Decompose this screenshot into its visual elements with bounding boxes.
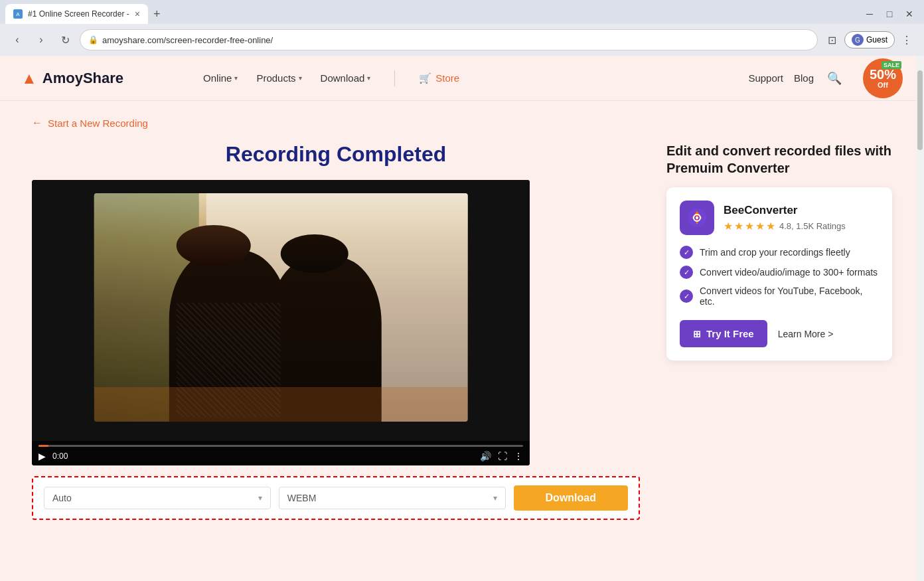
download-button[interactable]: Download — [514, 485, 628, 511]
quality-chevron-icon: ▾ — [258, 493, 262, 503]
tab-close-button[interactable]: × — [135, 9, 140, 19]
svg-point-2 — [696, 216, 698, 219]
reload-button[interactable]: ↻ — [56, 31, 74, 49]
converter-name: BeeConverter — [724, 204, 879, 217]
new-tab-button[interactable]: + — [148, 5, 166, 24]
forward-button[interactable]: › — [32, 31, 50, 49]
scrollbar-thumb[interactable] — [917, 70, 923, 150]
sale-badge[interactable]: SALE 50% Off — [863, 58, 903, 98]
converter-card: BeeConverter ★ ★ ★ ★ ★ 4.8 — [666, 187, 892, 361]
content-layout: Recording Completed − □ × — [32, 142, 892, 520]
feature-item-1: ✓ Trim and crop your recordings fleetly — [680, 246, 879, 259]
right-sidebar: Edit and convert recorded files with Pre… — [666, 142, 892, 361]
tab-title: #1 Online Screen Recorder - — [28, 9, 129, 19]
nav-products-label: Products — [256, 72, 295, 84]
nav-links: Online ▾ Products ▾ Download ▾ 🛒 Store — [203, 70, 459, 86]
star-3: ★ — [745, 220, 754, 232]
nav-online-label: Online — [203, 72, 232, 84]
video-section: Recording Completed − □ × — [32, 142, 640, 520]
sale-tag-label: SALE — [882, 61, 901, 69]
toolbar-actions: ⊡ G Guest ⋮ — [823, 31, 916, 49]
star-4: ★ — [755, 220, 765, 232]
cart-icon: 🛒 — [419, 72, 431, 84]
menu-button[interactable]: ⋮ — [897, 31, 916, 49]
browser-chrome: A #1 Online Screen Recorder - × + ─ □ ✕ … — [0, 0, 924, 56]
nav-download[interactable]: Download ▾ — [321, 72, 371, 84]
converter-logo — [680, 201, 714, 235]
extensions-button[interactable]: ⊡ — [823, 31, 842, 49]
video-progress-bar[interactable] — [38, 445, 523, 447]
lock-icon: 🔒 — [88, 35, 98, 44]
nav-support[interactable]: Support — [748, 72, 783, 84]
close-window-button[interactable]: ✕ — [900, 5, 919, 23]
maximize-button[interactable]: □ — [880, 5, 899, 23]
site-content: ▲ AmoyShare Online ▾ Products ▾ Download… — [0, 56, 924, 546]
check-icon-2: ✓ — [680, 266, 693, 279]
play-button[interactable]: ▶ — [38, 451, 46, 461]
back-to-recording-link[interactable]: ← Start a New Recording — [32, 117, 892, 129]
minimize-button[interactable]: ─ — [860, 5, 879, 23]
fullscreen-icon[interactable]: ⛶ — [498, 451, 507, 461]
star-5: ★ — [766, 220, 775, 232]
nav-online[interactable]: Online ▾ — [203, 72, 238, 84]
check-icon-3: ✓ — [680, 290, 693, 303]
profile-button[interactable]: G Guest — [844, 31, 895, 48]
back-button[interactable]: ‹ — [8, 31, 27, 49]
star-rating: ★ ★ ★ ★ ★ — [724, 220, 775, 232]
logo-icon: ▲ — [21, 69, 37, 88]
star-2: ★ — [734, 220, 743, 232]
try-free-label: Try It Free — [706, 328, 754, 339]
feature-text-3: Convert videos for YouTube, Facebook, et… — [700, 286, 879, 307]
converter-rating: ★ ★ ★ ★ ★ 4.8, 1.5K Ratings — [724, 220, 879, 232]
back-link-text: Start a New Recording — [48, 118, 148, 129]
more-options-icon[interactable]: ⋮ — [514, 451, 523, 461]
window-controls: ─ □ ✕ — [860, 5, 924, 23]
learn-more-link[interactable]: Learn More > — [778, 329, 834, 339]
windows-icon: ⊞ — [693, 329, 701, 339]
nav-products[interactable]: Products ▾ — [256, 72, 301, 84]
nav-store[interactable]: 🛒 Store — [419, 72, 459, 84]
sidebar-heading: Edit and convert recorded files with Pre… — [666, 142, 892, 177]
nav-download-chevron: ▾ — [367, 74, 370, 82]
converter-info: BeeConverter ★ ★ ★ ★ ★ 4.8 — [724, 204, 879, 232]
video-player[interactable]: − □ × — [32, 180, 530, 465]
time-display: 0:00 — [52, 452, 68, 461]
format-chevron-icon: ▾ — [493, 493, 497, 503]
check-icon-1: ✓ — [680, 246, 693, 259]
search-icon[interactable]: 🔍 — [824, 68, 844, 88]
quality-dropdown[interactable]: Auto ▾ — [44, 487, 271, 509]
nav-blog[interactable]: Blog — [794, 72, 814, 84]
nav-store-label: Store — [435, 72, 459, 84]
browser-toolbar: ‹ › ↻ 🔒 amoyshare.com/screen-recorder-fr… — [0, 24, 924, 56]
try-free-button[interactable]: ⊞ Try It Free — [680, 320, 767, 347]
site-nav: ▲ AmoyShare Online ▾ Products ▾ Download… — [0, 56, 924, 101]
format-dropdown[interactable]: WEBM ▾ — [279, 487, 506, 509]
nav-right: Support Blog 🔍 SALE 50% Off — [748, 58, 903, 98]
nav-download-label: Download — [321, 72, 365, 84]
card-actions: ⊞ Try It Free Learn More > — [680, 320, 879, 347]
browser-tab-active[interactable]: A #1 Online Screen Recorder - × — [5, 4, 148, 24]
feature-list: ✓ Trim and crop your recordings fleetly … — [680, 246, 879, 307]
converter-card-header: BeeConverter ★ ★ ★ ★ ★ 4.8 — [680, 201, 879, 235]
url-input[interactable]: amoyshare.com/screen-recorder-free-onlin… — [102, 35, 809, 45]
feature-text-2: Convert video/audio/image to 300+ format… — [700, 267, 878, 278]
address-bar[interactable]: 🔒 amoyshare.com/screen-recorder-free-onl… — [80, 29, 818, 50]
back-arrow-icon: ← — [32, 117, 42, 129]
video-controls: ▶ 0:00 🔊 ⛶ ⋮ — [32, 441, 530, 465]
feature-item-3: ✓ Convert videos for YouTube, Facebook, … — [680, 286, 879, 307]
tab-favicon: A — [13, 9, 23, 19]
main-content: ← Start a New Recording Recording Comple… — [0, 101, 924, 546]
site-logo[interactable]: ▲ AmoyShare — [21, 69, 123, 88]
volume-icon[interactable]: 🔊 — [480, 451, 491, 461]
browser-scrollbar[interactable] — [916, 56, 924, 581]
feature-item-2: ✓ Convert video/audio/image to 300+ form… — [680, 266, 879, 279]
browser-tabs: A #1 Online Screen Recorder - × + ─ □ ✕ — [0, 0, 924, 24]
star-1: ★ — [724, 220, 733, 232]
video-control-row: ▶ 0:00 🔊 ⛶ ⋮ — [38, 451, 523, 461]
format-label: WEBM — [287, 493, 317, 503]
sale-percent: 50% — [870, 68, 896, 81]
logo-text: AmoyShare — [42, 70, 123, 87]
video-progress-fill — [38, 445, 48, 447]
download-bar: Auto ▾ WEBM ▾ Download — [32, 476, 640, 520]
rating-value: 4.8, 1.5K Ratings — [779, 221, 846, 231]
